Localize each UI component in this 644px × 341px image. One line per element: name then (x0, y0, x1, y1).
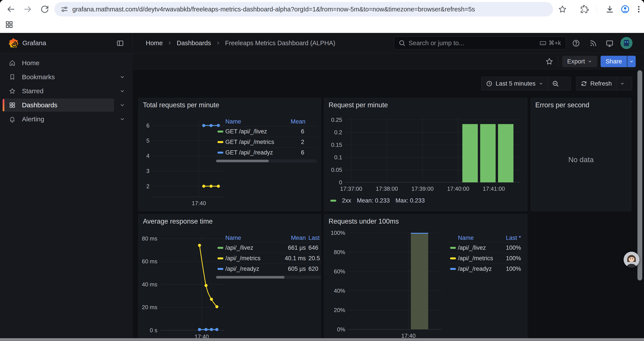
legend-header: NameMean (216, 117, 317, 126)
refresh-interval-button[interactable] (616, 77, 628, 90)
panel-title[interactable]: Average response time (143, 217, 212, 225)
reload-button[interactable] (40, 5, 50, 14)
series-name[interactable]: /api/_/livez (225, 244, 276, 251)
legend-scrollbar-thumb[interactable] (216, 276, 284, 278)
legend-row: /api/_/livez661 µs646 (216, 242, 321, 253)
sidebar-item-home[interactable]: Home (3, 56, 127, 70)
forward-button[interactable] (23, 5, 33, 14)
chevron-down-icon (538, 81, 544, 86)
nav-sidebar: Home Bookmarks Starred Dashboards (0, 53, 132, 341)
breadcrumb-home[interactable]: Home (146, 40, 163, 47)
share-button[interactable]: Share (600, 56, 627, 67)
user-avatar[interactable] (620, 37, 633, 50)
site-settings-icon[interactable] (60, 5, 69, 14)
svg-text:40%: 40% (334, 287, 345, 294)
svg-text:0.2: 0.2 (334, 129, 342, 136)
help-icon[interactable] (572, 39, 580, 47)
legend-column-header[interactable]: Last * (308, 235, 321, 241)
chevron-down-icon[interactable] (120, 88, 125, 94)
refresh-button[interactable]: Refresh (576, 77, 616, 90)
profile-avatar-button[interactable] (620, 5, 630, 14)
extensions-icon[interactable] (580, 5, 589, 14)
legend-scrollbar-thumb[interactable] (216, 160, 269, 162)
apps-grid-icon[interactable] (5, 20, 14, 29)
chart-requests-under-100ms[interactable]: 0%20%40%60%80%100%17:40 (327, 228, 445, 338)
series-name[interactable]: 2xx (342, 197, 351, 204)
sidebar-item-starred[interactable]: Starred (3, 84, 127, 98)
url-bar[interactable]: grafana.mathmast.com/d/deytv4rwavabkb/fr… (54, 2, 553, 17)
legend-scrollbar[interactable] (216, 159, 317, 163)
series-name[interactable]: GET /api/_/livez (225, 128, 291, 135)
series-name[interactable]: /api/_/metrics (458, 255, 498, 262)
panel-title[interactable]: Requests under 100ms (328, 217, 399, 225)
assistant-avatar[interactable] (624, 252, 640, 267)
download-icon[interactable] (605, 5, 614, 14)
series-color-dash (218, 141, 223, 143)
refresh-group: Refresh (576, 77, 632, 90)
sidebar-item-alerting[interactable]: Alerting (3, 112, 127, 126)
series-color-dash (450, 257, 456, 259)
legend-table: NameMeanGET /api/_/livez6GET /api/_/metr… (216, 117, 317, 163)
svg-text:0.1: 0.1 (334, 154, 342, 161)
legend-table: NameLast */api/_/livez100%/api/_/metrics… (448, 233, 524, 274)
legend-row: 2xx Mean: 0.233 Max: 0.233 (330, 197, 425, 204)
bookmark-star-icon[interactable] (558, 5, 567, 14)
legend-column-header[interactable]: Name (458, 235, 498, 241)
panel-title[interactable]: Errors per second (535, 101, 589, 109)
legend-scrollbar[interactable] (216, 276, 321, 279)
legend-mean: Mean: 0.233 (357, 197, 390, 204)
svg-text:0 s: 0 s (150, 327, 158, 333)
active-indicator (3, 99, 4, 111)
legend-column-header[interactable]: Mean (291, 118, 317, 125)
series-name[interactable]: /api/_/readyz (225, 265, 276, 272)
zoom-out-button[interactable] (548, 77, 563, 90)
legend-column-header[interactable]: Mean (276, 235, 308, 241)
chevron-down-icon[interactable] (120, 116, 125, 122)
time-range-button[interactable]: Last 5 minutes (482, 77, 548, 90)
search-input[interactable]: Search or jump to... ⌘+k (394, 37, 566, 50)
chevron-right-icon (167, 40, 172, 46)
chart-avg-response-time[interactable]: 0 s20 ms40 ms60 ms80 ms17:40 (140, 229, 228, 338)
grafana-logo[interactable] (8, 38, 19, 48)
series-name[interactable]: /api/_/metrics (225, 255, 276, 262)
panel-request-per-minute: Request per minute 00.050.10.150.20.2517… (324, 98, 528, 211)
browser-menu-button[interactable] (634, 5, 643, 14)
chart-total-requests[interactable]: 6543217:40 (140, 113, 228, 210)
panel-title[interactable]: Total requests per minute (143, 101, 219, 109)
legend-column-header[interactable]: Last * (498, 235, 524, 241)
chevron-down-icon[interactable] (120, 74, 125, 80)
legend-row: GET /api/_/livez6 (216, 126, 317, 137)
bell-icon (9, 116, 16, 123)
svg-text:20 ms: 20 ms (142, 304, 158, 310)
panel-title[interactable]: Request per minute (328, 101, 388, 109)
page-scrollbar-thumb[interactable] (638, 70, 642, 280)
series-name[interactable]: GET /api/_/metrics (225, 139, 291, 146)
back-button[interactable] (6, 5, 16, 14)
svg-text:80 ms: 80 ms (142, 235, 158, 242)
share-caret-button[interactable] (627, 56, 636, 67)
export-button[interactable]: Export (562, 56, 597, 67)
zoom-out-icon (552, 80, 559, 87)
series-name[interactable]: GET /api/_/readyz (225, 149, 291, 156)
sidebar-item-dashboards[interactable]: Dashboards (3, 98, 127, 112)
legend-row: /api/_/livez100% (448, 242, 524, 253)
svg-text:17:38:00: 17:38:00 (376, 185, 398, 192)
legend-header: NameMeanLast * (216, 233, 321, 242)
chevron-down-icon[interactable] (120, 102, 125, 108)
sidebar-item-bookmarks[interactable]: Bookmarks (3, 70, 127, 84)
favorite-star-icon[interactable] (545, 57, 554, 66)
legend-column-header[interactable]: Name (225, 235, 276, 241)
chevron-right-icon (216, 40, 221, 46)
series-name[interactable]: /api/_/readyz (458, 265, 498, 272)
svg-text:17:40: 17:40 (195, 333, 209, 338)
news-icon[interactable] (589, 39, 597, 47)
url-text: grafana.mathmast.com/d/deytv4rwavabkb/fr… (72, 2, 475, 17)
chart-request-per-minute[interactable]: 00.050.10.150.20.2517:37:0017:38:0017:39… (327, 111, 524, 199)
legend-column-header[interactable]: Name (225, 118, 291, 125)
dock-menu-icon[interactable] (116, 39, 124, 47)
series-name[interactable]: /api/_/livez (458, 244, 498, 251)
svg-text:80%: 80% (334, 249, 345, 255)
breadcrumb-dashboards[interactable]: Dashboards (177, 40, 211, 47)
legend-row: GET /api/_/metrics2 (216, 137, 317, 147)
monitor-icon[interactable] (606, 39, 613, 47)
